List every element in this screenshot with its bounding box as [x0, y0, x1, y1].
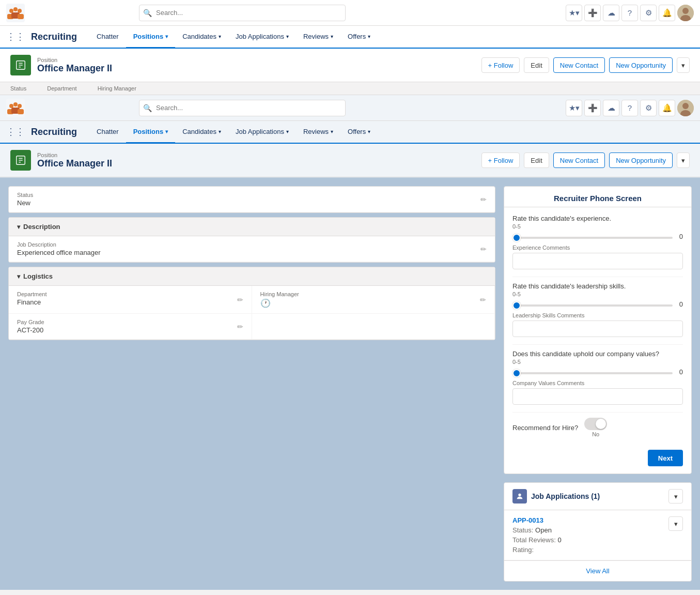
experience-slider[interactable] [512, 237, 673, 239]
record-title-area-1: Position Office Manager II [37, 57, 481, 74]
nav-positions-1[interactable]: Positions ▾ [126, 25, 176, 48]
search-container-1: 🔍 [139, 5, 346, 21]
experience-comment-input[interactable] [512, 253, 683, 269]
search-input-2[interactable] [139, 100, 346, 116]
add-btn[interactable]: ➕ [584, 5, 601, 21]
rating-range-2: 0-5 [512, 291, 683, 297]
more-actions-dropdown-1[interactable]: ▾ [677, 57, 690, 73]
avatar-2[interactable] [677, 100, 694, 116]
new-contact-button-1[interactable]: New Contact [553, 57, 605, 73]
phone-screen-card: Recruiter Phone Screen Rate this candida… [504, 186, 692, 474]
search-icon-2: 🔍 [143, 104, 152, 112]
nav-positions-2[interactable]: Positions ▾ [126, 120, 176, 143]
rating-question-2: Rate this candidate's leadership skills. [512, 282, 683, 290]
new-opportunity-button-1[interactable]: New Opportunity [609, 57, 673, 73]
nav-chatter-1[interactable]: Chatter [89, 25, 126, 48]
job-applications-title: Job Applications (1) [531, 492, 664, 500]
slider-row-2: 0 [512, 300, 683, 308]
grid-icon-1[interactable]: ⋮⋮ [6, 31, 25, 42]
department-edit-icon[interactable]: ✏ [237, 296, 243, 304]
notification-btn[interactable]: 🔔 [659, 5, 675, 21]
nav-job-applications-1[interactable]: Job Applications ▾ [228, 25, 296, 48]
left-panel: Status New ✏ ▾ Description Job Descripti… [0, 178, 504, 590]
nav-job-applications-2[interactable]: Job Applications ▾ [228, 120, 296, 143]
favorite-star-btn-2[interactable]: ★▾ [566, 100, 582, 116]
edit-button-2[interactable]: Edit [524, 152, 549, 168]
pay-grade-label: Pay Grade [17, 319, 243, 325]
settings-btn[interactable]: ⚙ [640, 5, 657, 21]
rating-range-1: 0-5 [512, 223, 683, 230]
nav-chatter-2[interactable]: Chatter [89, 120, 126, 143]
nav-reviews-2[interactable]: Reviews ▾ [296, 120, 340, 143]
nav-reviews-1[interactable]: Reviews ▾ [296, 25, 340, 48]
leadership-slider[interactable] [512, 304, 673, 307]
hiring-manager-edit-icon[interactable]: ✏ [480, 296, 486, 304]
rating-section-3: Does this candidate uphold our company v… [512, 350, 683, 405]
svg-point-1 [9, 9, 13, 13]
next-button[interactable]: Next [648, 450, 683, 466]
add-btn-2[interactable]: ➕ [584, 100, 601, 116]
svg-rect-20 [18, 109, 24, 114]
topbar-actions-2: ★▾ ➕ ☁ ? ⚙ 🔔 [566, 100, 694, 116]
topbar-actions-1: ★▾ ➕ ☁ ? ⚙ 🔔 [566, 5, 694, 21]
view-all-link[interactable]: View All [586, 567, 609, 575]
record-object-type-1: Position [37, 57, 481, 63]
grid-icon-2[interactable]: ⋮⋮ [6, 126, 25, 138]
notification-btn-2[interactable]: 🔔 [659, 100, 675, 116]
meta-status-1: Status [10, 85, 26, 91]
edit-button-1[interactable]: Edit [524, 57, 549, 73]
nav-offers-1[interactable]: Offers ▾ [340, 25, 378, 48]
nav-offers-2[interactable]: Offers ▾ [340, 120, 378, 143]
job-description-label: Job Description [17, 241, 487, 248]
job-applications-dropdown[interactable]: ▾ [668, 489, 683, 504]
avatar-1[interactable] [677, 5, 694, 21]
phone-screen-title: Recruiter Phone Screen [504, 187, 691, 207]
hiring-manager-label: Hiring Manager [260, 291, 487, 297]
leadership-comment-input[interactable] [512, 321, 683, 337]
toggle-knob [596, 419, 606, 429]
follow-button-2[interactable]: + Follow [481, 152, 520, 168]
right-panel: Recruiter Phone Screen Rate this candida… [504, 178, 700, 590]
department-label: Department [17, 291, 243, 297]
recommend-row: Recommend for Hire? No [512, 418, 683, 437]
rating-question-3: Does this candidate uphold our company v… [512, 350, 683, 358]
help-btn[interactable]: ? [621, 5, 638, 21]
divider-1 [512, 277, 683, 277]
description-header[interactable]: ▾ Description [9, 218, 495, 236]
job-description-edit-icon[interactable]: ✏ [480, 245, 487, 253]
cloud-btn[interactable]: ☁ [603, 5, 619, 21]
values-slider[interactable] [512, 372, 673, 374]
values-slider-value: 0 [677, 368, 683, 376]
job-app-id-link[interactable]: APP-0013 [512, 516, 664, 524]
status-label: Status [17, 192, 487, 198]
status-edit-icon[interactable]: ✏ [480, 195, 487, 204]
recommend-toggle[interactable] [584, 418, 607, 430]
more-actions-dropdown-2[interactable]: ▾ [677, 152, 690, 168]
job-application-item: APP-0013 Status: Open Total Reviews: 0 R… [504, 510, 691, 560]
pay-grade-edit-icon[interactable]: ✏ [237, 323, 243, 331]
status-card: Status New ✏ [8, 186, 495, 213]
nav-candidates-2[interactable]: Candidates ▾ [175, 120, 228, 143]
nav-candidates-1[interactable]: Candidates ▾ [175, 25, 228, 48]
job-applications-header: Job Applications (1) ▾ [504, 483, 691, 510]
job-app-content: APP-0013 Status: Open Total Reviews: 0 R… [512, 516, 664, 554]
department-value: Finance [17, 298, 243, 306]
slider-row-1: 0 [512, 233, 683, 240]
search-input-1[interactable] [139, 5, 346, 21]
job-app-item-dropdown[interactable]: ▾ [668, 516, 683, 531]
settings-btn-2[interactable]: ⚙ [640, 100, 657, 116]
new-contact-button-2[interactable]: New Contact [553, 152, 605, 168]
divider-2 [512, 344, 683, 345]
values-comment-input[interactable] [512, 388, 683, 405]
help-btn-2[interactable]: ? [621, 100, 638, 116]
cloud-btn-2[interactable]: ☁ [603, 100, 619, 116]
new-opportunity-button-2[interactable]: New Opportunity [609, 152, 673, 168]
logistics-header[interactable]: ▾ Logistics [9, 267, 495, 286]
app-name-1: Recruiting [31, 32, 77, 42]
follow-button-1[interactable]: + Follow [481, 57, 520, 73]
favorite-star-btn[interactable]: ★▾ [566, 5, 582, 21]
record-header-1: Position Office Manager II + Follow Edit… [0, 49, 700, 82]
values-comment-label: Company Values Comments [512, 380, 683, 386]
job-description-value: Experienced office manager [17, 249, 487, 256]
svg-point-28 [518, 494, 521, 496]
